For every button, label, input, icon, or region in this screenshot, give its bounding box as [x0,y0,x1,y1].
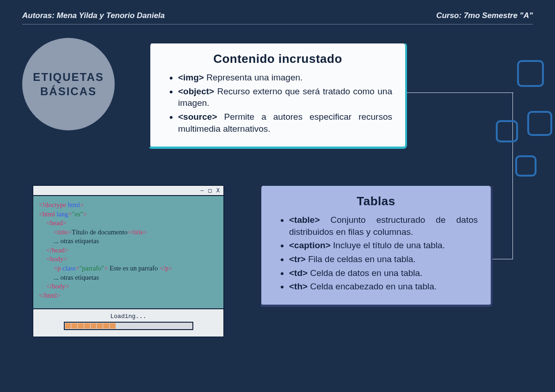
contenido-title: Contenido incrustado [163,52,392,66]
progress-segment [97,323,103,329]
list-item: <caption> Incluye el título de una tabla… [289,239,478,251]
authors-label: Autoras: Mena Yilda y Tenorio Daniela [22,11,165,20]
progress-segment [84,323,90,329]
progress-segment [78,323,84,329]
code-line: <title>Título de documento</title> [54,228,218,237]
decorative-square-icon [527,111,552,136]
list-item: <tr> Fila de celdas en una tabla. [289,253,478,265]
progress-bar [64,322,193,330]
tag-label: <tr> [289,254,308,264]
progress-segment [142,323,148,329]
tag-label: <table> [289,215,331,225]
connector-line [512,92,513,259]
progress-segment [160,323,166,329]
contenido-card: Contenido incrustado <img> Representa un… [148,43,407,149]
progress-segment [129,323,135,329]
course-label: Curso: 7mo Semestre "A" [436,11,533,20]
progress-segment [186,323,192,329]
tag-label: <source> [178,112,224,122]
progress-segment [110,323,116,329]
slide-header: Autoras: Mena Yilda y Tenorio Daniela Cu… [22,11,533,20]
code-line: <p class="parrafo"> Este es un parrafo <… [54,264,218,273]
tag-label: <th> [289,282,310,291]
code-window: — □ X <!doctype html><html lang="es"><he… [32,185,224,337]
badge-line2: BÁSICAS [33,84,104,98]
list-item: <img> Representa una imagen. [178,72,392,84]
progress-segment [65,323,71,329]
decorative-square-icon [496,120,518,142]
progress-segment [135,323,141,329]
window-footer: Loading... [33,309,223,337]
maximize-icon: □ [209,187,212,194]
contenido-list: <img> Representa una imagen.<object> Rec… [163,72,392,135]
list-item: <source> Permite a autores especificar r… [178,111,392,135]
title-badge: ETIQUETAS BÁSICAS [22,38,115,130]
progress-segment [173,323,179,329]
tablas-card: Tablas <table> Conjunto estructurado de … [259,185,493,307]
window-titlebar: — □ X [33,186,223,196]
list-item: <object> Recurso externo que será tratad… [178,86,392,109]
decorative-square-icon [515,155,536,177]
badge-line1: ETIQUETAS [33,70,104,84]
loading-label: Loading... [33,313,223,320]
progress-segment [154,323,160,329]
code-line: ... otras etiquetas [54,273,218,282]
code-line: <html lang="es"> [39,210,218,219]
code-line: <body> [46,255,218,264]
code-body: <!doctype html><html lang="es"><head><ti… [33,196,223,309]
tag-label: <caption> [289,240,333,250]
list-item: <td> Celda de datos en una tabla. [289,267,478,279]
progress-segment [91,323,97,329]
progress-segment [116,323,122,329]
connector-line [407,92,513,93]
list-item: <table> Conjunto estructurado de datos d… [289,214,478,238]
progress-segment [148,323,154,329]
code-line: </head> [46,246,218,255]
code-line: ... otras etiquetas [54,237,218,246]
tag-label: <object> [178,86,217,96]
close-icon: X [216,187,220,194]
list-item: <th> Celda encabezado en una tabla. [289,281,478,293]
progress-segment [71,323,77,329]
decorative-square-icon [517,60,544,87]
progress-segment [167,323,173,329]
code-line: <!doctype html> [39,201,218,210]
progress-segment [179,323,185,329]
progress-segment [122,323,128,329]
code-line: </body> [46,282,218,291]
code-line: </html> [39,291,218,300]
tag-label: <td> [289,268,310,278]
connector-line [493,259,513,259]
header-divider [22,24,533,24]
minimize-icon: — [200,187,204,194]
tablas-title: Tablas [274,194,478,208]
tag-label: <img> [178,73,206,82]
code-line: <head> [46,219,218,228]
tablas-list: <table> Conjunto estructurado de datos d… [274,214,478,293]
progress-segment [103,323,109,329]
